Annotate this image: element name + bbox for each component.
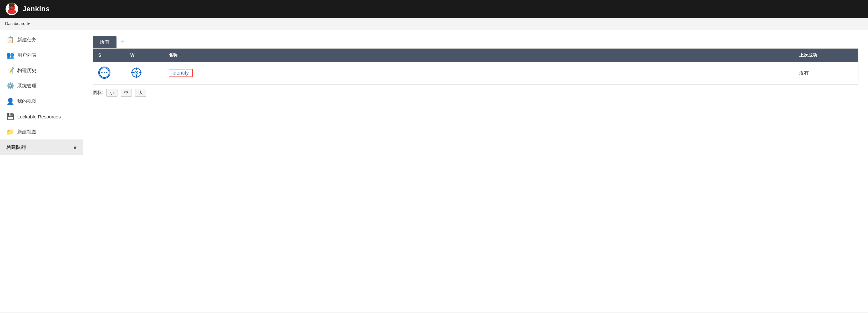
sidebar-item-new-task[interactable]: 📋 新建任务 [0,32,83,48]
svg-point-2 [8,9,16,14]
table-header-row: S W 名称 ↓ 上次成功 [93,49,858,62]
breadcrumb: Dashboard ▶ [0,18,868,29]
svg-point-6 [9,3,15,4]
tab-all[interactable]: 所有 [93,36,117,48]
cell-last-success: 没有 [794,66,858,81]
build-queue-footer[interactable]: 构建队列 ∧ [0,139,83,155]
sidebar-item-lockable-resources[interactable]: 💾 Lockable Resources [0,109,83,124]
main-content: 所有 + S W 名称 ↓ 上次成功 [83,29,868,312]
system-manage-icon: ⚙️ [6,82,14,90]
sidebar-item-label-my-view: 我的视图 [17,98,36,104]
cell-name: identity [163,64,794,82]
new-view-icon: 📁 [6,128,14,136]
breadcrumb-dashboard[interactable]: Dashboard [5,21,26,26]
sidebar-item-label-system-manage: 系统管理 [17,83,36,89]
sidebar-item-build-history[interactable]: 📝 构建历史 [0,63,83,78]
build-history-icon: 📝 [6,67,14,74]
col-header-s: S [93,49,125,62]
col-header-name: 名称 ↓ [163,49,794,62]
job-identity-link[interactable]: identity [169,69,193,77]
icon-size-large[interactable]: 大 [135,89,146,97]
sidebar-item-label-new-task: 新建任务 [17,37,36,43]
sidebar-item-my-view[interactable]: 👤 我的视图 [0,93,83,109]
svg-point-8 [101,72,102,73]
sidebar-item-label-build-history: 构建历史 [17,67,36,73]
my-view-icon: 👤 [6,97,14,105]
jobs-table: S W 名称 ↓ 上次成功 [93,48,859,85]
cell-status [93,62,125,84]
table-row: identity 没有 [93,62,858,84]
sidebar: 📋 新建任务 👥 用户列表 📝 构建历史 ⚙️ 系统管理 👤 我的视图 💾 Lo… [0,29,83,312]
user-list-icon: 👥 [6,51,14,59]
sidebar-item-label-user-list: 用户列表 [17,52,36,58]
icon-size-small[interactable]: 小 [106,89,118,97]
cell-weather [125,62,163,84]
lockable-resources-icon: 💾 [6,113,14,120]
col-header-last-success: 上次成功 [794,49,858,62]
svg-point-13 [136,72,137,73]
icon-size-label: 图标: [93,90,103,96]
svg-point-3 [10,6,11,7]
weather-crosshair-icon[interactable] [130,67,143,79]
sidebar-item-user-list[interactable]: 👥 用户列表 [0,48,83,63]
breadcrumb-arrow: ▶ [28,22,30,26]
col-header-w: W [125,49,163,62]
svg-point-9 [104,72,105,73]
svg-point-10 [106,72,107,73]
build-queue-arrow: ∧ [73,145,76,150]
status-dots-icon[interactable] [98,67,111,79]
tab-bar: 所有 + [93,36,859,48]
sidebar-item-label-new-view: 新建视图 [17,129,36,135]
build-queue-label: 构建队列 [6,144,26,150]
sidebar-item-system-manage[interactable]: ⚙️ 系统管理 [0,78,83,93]
icon-size-medium[interactable]: 中 [121,89,132,97]
new-task-icon: 📋 [6,36,14,43]
icon-size-selector: 图标: 小 中 大 [93,85,859,97]
sidebar-item-new-view[interactable]: 📁 新建视图 [0,124,83,139]
jenkins-logo [5,2,19,16]
tab-add[interactable]: + [117,36,129,48]
app-title: Jenkins [22,5,50,13]
sidebar-item-label-lockable-resources: Lockable Resources [17,114,61,119]
app-header: Jenkins [0,0,868,18]
svg-point-4 [12,6,14,7]
